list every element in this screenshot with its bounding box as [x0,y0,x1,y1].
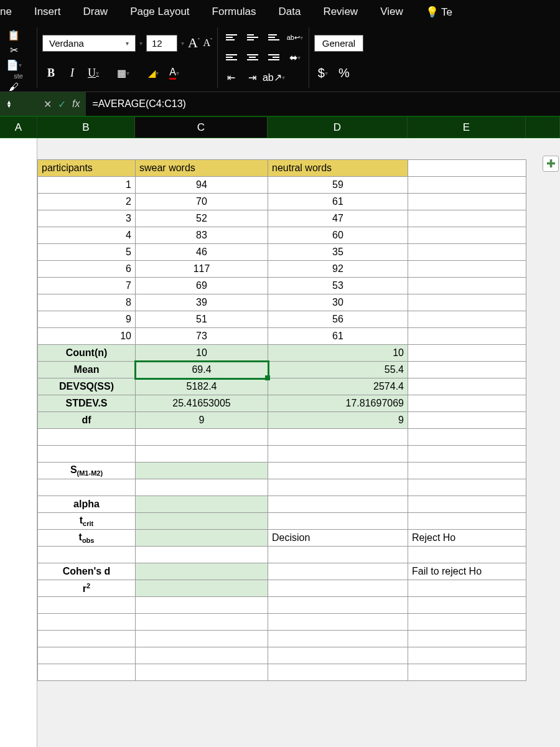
italic-button[interactable]: I [63,66,81,81]
format-painter-icon[interactable]: 🖌 [5,80,22,95]
cell[interactable]: 30 [268,294,408,311]
cell[interactable]: 70 [136,194,268,210]
tab-view[interactable]: View [369,1,414,23]
cell[interactable]: 2 [38,194,136,210]
font-dropdown-icon[interactable]: ▾ [139,40,142,47]
cell-devsq-n[interactable]: 2574.4 [268,378,408,395]
cell-r2-label[interactable]: r2 [38,580,136,597]
cell[interactable]: 92 [268,261,408,278]
cell-participants-header[interactable]: participants [38,160,136,177]
cell[interactable]: 69 [136,278,268,294]
cut-icon[interactable]: ✂ [5,42,22,57]
cell-cohen-label[interactable]: Cohen's d [38,563,136,580]
cell[interactable] [136,513,268,530]
tab-page-layout[interactable]: Page Layout [119,1,200,23]
font-size-select[interactable]: 12 [146,35,177,52]
tab-review[interactable]: Review [312,1,369,23]
cell[interactable]: 94 [136,177,268,194]
cell[interactable] [408,311,526,328]
fx-icon[interactable]: fx [72,98,80,110]
cell[interactable]: 53 [268,278,408,294]
font-name-select[interactable]: Verdana▾ [42,35,136,52]
copy-icon[interactable]: 📄▾ [5,57,22,72]
fill-color-icon[interactable]: ◢▾ [144,66,162,81]
cell[interactable] [136,563,268,580]
cell[interactable]: 5 [38,244,136,261]
decrease-indent-icon[interactable]: ⇤ [223,70,240,85]
cell[interactable] [268,563,408,580]
tab-insert[interactable]: Insert [23,1,72,23]
cell[interactable] [408,580,526,597]
cell[interactable] [408,328,526,345]
wrap-text-icon[interactable]: ab↩▾ [286,30,304,45]
cell-count-label[interactable]: Count(n) [38,345,136,362]
cell[interactable] [408,378,526,395]
cell[interactable]: 60 [268,227,408,244]
cell[interactable] [408,278,526,294]
percent-icon[interactable]: % [335,66,353,81]
cell[interactable] [268,496,408,513]
cell-stdev-n[interactable]: 17.81697069 [268,395,408,412]
cell-df-n[interactable]: 9 [268,412,408,429]
cell[interactable]: 61 [268,328,408,345]
cell-swear-header[interactable]: swear words [136,160,268,177]
cell[interactable]: 73 [136,328,268,345]
cell-stdev-label[interactable]: STDEV.S [38,395,136,412]
enter-formula-icon[interactable]: ✓ [58,98,66,110]
name-box[interactable]: ▲▼ [0,100,37,108]
cell-alpha-label[interactable]: alpha [38,496,136,513]
increase-font-icon[interactable]: Aˆ [188,35,200,51]
cell[interactable] [268,463,408,479]
cell-devsq-label[interactable]: DEVSQ(SS) [38,378,136,395]
cancel-formula-icon[interactable]: ✕ [44,98,52,110]
font-color-icon[interactable]: A▾ [166,66,183,81]
paste-icon[interactable]: 📋 [5,27,22,42]
cell[interactable]: 6 [38,261,136,278]
align-center-icon[interactable] [244,50,261,65]
align-bottom-icon[interactable] [265,30,282,45]
align-top-icon[interactable] [223,30,240,45]
cell[interactable]: 51 [136,311,268,328]
cell[interactable]: 46 [136,244,268,261]
cell[interactable]: 61 [268,194,408,210]
cell[interactable] [408,513,526,530]
cell[interactable] [408,412,526,429]
underline-button[interactable]: U▾ [85,66,102,81]
size-dropdown-icon[interactable]: ▾ [181,40,184,47]
cell[interactable] [408,261,526,278]
cell[interactable] [136,463,268,479]
cell[interactable]: 3 [38,210,136,227]
cell[interactable] [408,395,526,412]
currency-icon[interactable]: $▾ [314,66,332,81]
cell[interactable]: 47 [268,210,408,227]
align-middle-icon[interactable] [244,30,261,45]
cell[interactable] [136,530,268,547]
tab-formulas[interactable]: Formulas [201,1,268,23]
cell-count-n[interactable]: 10 [268,345,408,362]
cell[interactable]: 52 [136,210,268,227]
cell[interactable] [136,496,268,513]
number-format-select[interactable]: General [314,35,363,52]
cell[interactable] [268,513,408,530]
cell[interactable] [408,294,526,311]
cell[interactable] [136,580,268,597]
cell[interactable] [408,345,526,362]
bold-button[interactable]: B [42,66,60,81]
cell-empty[interactable] [408,160,526,177]
cell-mean-n[interactable]: 55.4 [268,362,408,378]
cell[interactable] [408,463,526,479]
spreadsheet-grid[interactable]: ✚ participants swear words neutral words… [0,138,560,747]
col-header-c[interactable]: C [135,117,268,138]
decrease-font-icon[interactable]: Aˇ [203,37,212,49]
cell[interactable] [408,227,526,244]
cell[interactable]: 8 [38,294,136,311]
merge-icon[interactable]: ⬌▾ [286,50,304,65]
select-all-corner[interactable]: A [0,117,37,138]
borders-icon[interactable]: ▦▾ [114,66,132,81]
align-right-icon[interactable] [265,50,282,65]
cell[interactable]: 35 [268,244,408,261]
cell-mean-s-selected[interactable]: 69.4 [136,362,268,378]
cell-devsq-s[interactable]: 5182.4 [136,378,268,395]
cell[interactable]: 9 [38,311,136,328]
cell[interactable]: 59 [268,177,408,194]
